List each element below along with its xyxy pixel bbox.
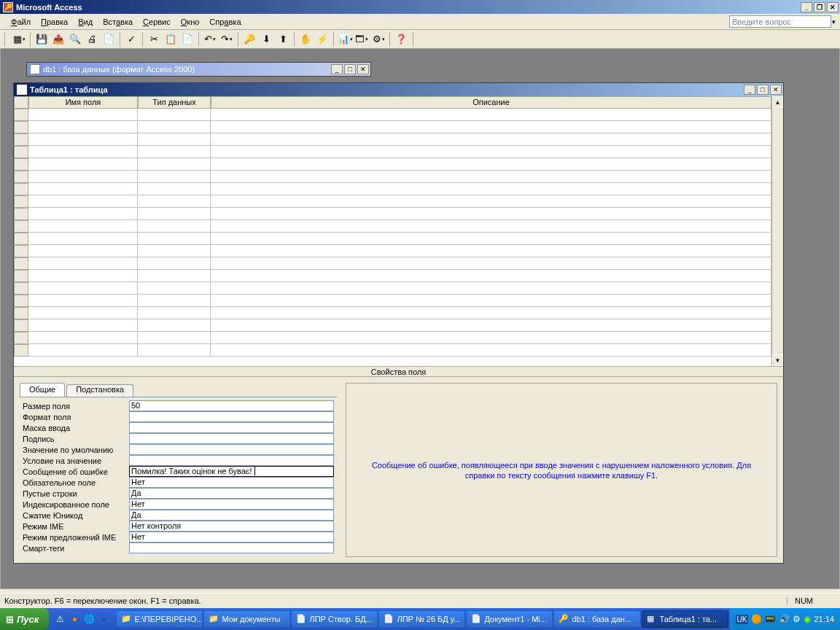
table-row[interactable]	[14, 245, 771, 257]
scroll-down-button[interactable]: ▼	[772, 354, 783, 366]
property-value[interactable]: Нет	[129, 477, 334, 488]
data-type-cell[interactable]	[138, 158, 211, 171]
table-row[interactable]	[14, 257, 771, 270]
data-type-cell[interactable]	[138, 257, 211, 270]
export-button[interactable]: 📤	[50, 31, 66, 47]
data-type-cell[interactable]	[138, 319, 211, 332]
property-value[interactable]: Помилка! Таких оцінок не буває!	[129, 466, 334, 477]
field-name-cell[interactable]	[28, 133, 138, 146]
row-selector[interactable]	[14, 332, 28, 344]
field-name-cell[interactable]	[28, 295, 138, 307]
print-button[interactable]: 🖨	[84, 31, 100, 47]
field-name-cell[interactable]	[28, 307, 138, 319]
menu-edit[interactable]: Правка	[36, 16, 73, 28]
property-value[interactable]	[129, 444, 334, 455]
data-type-cell[interactable]	[138, 121, 211, 133]
ql-icon-1[interactable]: ⚠	[53, 612, 66, 626]
lang-indicator[interactable]: UK	[736, 615, 749, 624]
data-type-cell[interactable]	[138, 208, 211, 220]
taskbar-task[interactable]: 📁Мои документы	[203, 610, 290, 628]
table-row[interactable]	[14, 344, 771, 357]
description-cell[interactable]	[211, 295, 771, 307]
property-value[interactable]	[129, 433, 334, 444]
property-value[interactable]	[129, 411, 334, 422]
property-value[interactable]: Нет	[129, 532, 334, 542]
table-row[interactable]	[14, 183, 771, 195]
data-type-cell[interactable]	[138, 183, 211, 195]
tray-icon-4[interactable]: ⚙	[793, 614, 801, 624]
data-type-cell[interactable]	[138, 270, 211, 282]
table-row[interactable]	[14, 332, 771, 344]
table-row[interactable]	[14, 133, 771, 146]
row-selector[interactable]	[14, 171, 28, 183]
description-cell[interactable]	[211, 208, 771, 220]
database-window-titlebar[interactable]: db1 : база данных (формат Access 2000) _…	[27, 63, 370, 76]
tray-icon-5[interactable]: ◉	[804, 614, 811, 624]
table-row[interactable]	[14, 158, 771, 171]
property-value[interactable]	[129, 542, 334, 553]
field-name-cell[interactable]	[28, 121, 138, 133]
row-selector[interactable]	[14, 183, 28, 195]
description-cell[interactable]	[211, 257, 771, 270]
minimize-button[interactable]: _	[801, 2, 812, 12]
close-button[interactable]: ✕	[827, 2, 839, 12]
taskbar-task[interactable]: ▦Таблица1 : та...	[642, 610, 728, 628]
taskbar-task[interactable]: 📄ЛПР Створ. БД...	[291, 610, 378, 628]
property-value[interactable]	[129, 455, 334, 466]
restore-button[interactable]: ❐	[814, 2, 825, 12]
description-cell[interactable]	[211, 133, 771, 146]
ql-icon-2[interactable]: ●	[68, 612, 81, 626]
redo-button[interactable]: ↷	[219, 31, 235, 47]
row-selector[interactable]	[14, 319, 28, 332]
tray-icon-2[interactable]: 📟	[765, 614, 776, 624]
property-value[interactable]: 50	[129, 400, 334, 411]
table-row[interactable]	[14, 109, 771, 121]
tray-icon-1[interactable]: 🟠	[751, 614, 762, 624]
row-selector[interactable]	[14, 233, 28, 245]
tab-lookup[interactable]: Подстановка	[66, 384, 133, 397]
row-selector[interactable]	[14, 195, 28, 208]
description-cell[interactable]	[211, 319, 771, 332]
help-button[interactable]: ❓	[393, 31, 409, 47]
data-type-cell[interactable]	[138, 220, 211, 233]
menu-tools[interactable]: Сервис	[138, 16, 176, 28]
table-row[interactable]	[14, 220, 771, 233]
table-row[interactable]	[14, 171, 771, 183]
description-cell[interactable]	[211, 171, 771, 183]
data-type-cell[interactable]	[138, 171, 211, 183]
data-type-cell[interactable]	[138, 233, 211, 245]
preview-button[interactable]: 📄	[101, 31, 117, 47]
field-name-cell[interactable]	[28, 332, 138, 344]
data-type-cell[interactable]	[138, 133, 211, 146]
row-selector[interactable]	[14, 133, 28, 146]
design-minimize-button[interactable]: _	[744, 85, 755, 95]
undo-button[interactable]: ↶	[202, 31, 218, 47]
field-name-cell[interactable]	[28, 282, 138, 295]
table-row[interactable]	[14, 319, 771, 332]
table-row[interactable]	[14, 233, 771, 245]
table-row[interactable]	[14, 208, 771, 220]
taskbar-task[interactable]: 📄ЛПР № 26 БД у...	[378, 610, 465, 628]
indexes-button[interactable]: ⚡	[314, 31, 330, 47]
field-name-cell[interactable]	[28, 208, 138, 220]
search-button[interactable]: 🔍	[67, 31, 83, 47]
spellcheck-button[interactable]: ✓	[123, 31, 139, 47]
property-value[interactable]: Нет	[129, 499, 334, 510]
col-description[interactable]: Описание	[211, 96, 771, 109]
tab-general[interactable]: Общие	[20, 383, 65, 397]
field-name-cell[interactable]	[28, 195, 138, 208]
data-type-cell[interactable]	[138, 109, 211, 121]
save-button[interactable]: 💾	[34, 31, 50, 47]
row-selector[interactable]	[14, 295, 28, 307]
description-cell[interactable]	[211, 233, 771, 245]
table-row[interactable]	[14, 307, 771, 319]
new-object-button[interactable]: ⚙	[370, 31, 386, 47]
table-row[interactable]	[14, 195, 771, 208]
build-button[interactable]: 📊	[337, 31, 353, 47]
start-button[interactable]: Пуск	[0, 608, 49, 630]
ql-icon-3[interactable]: 🌐	[82, 612, 96, 626]
menu-file[interactable]: Файл	[6, 16, 36, 28]
scroll-up-button[interactable]: ▲	[772, 96, 783, 108]
row-selector[interactable]	[14, 158, 28, 171]
table-row[interactable]	[14, 121, 771, 133]
